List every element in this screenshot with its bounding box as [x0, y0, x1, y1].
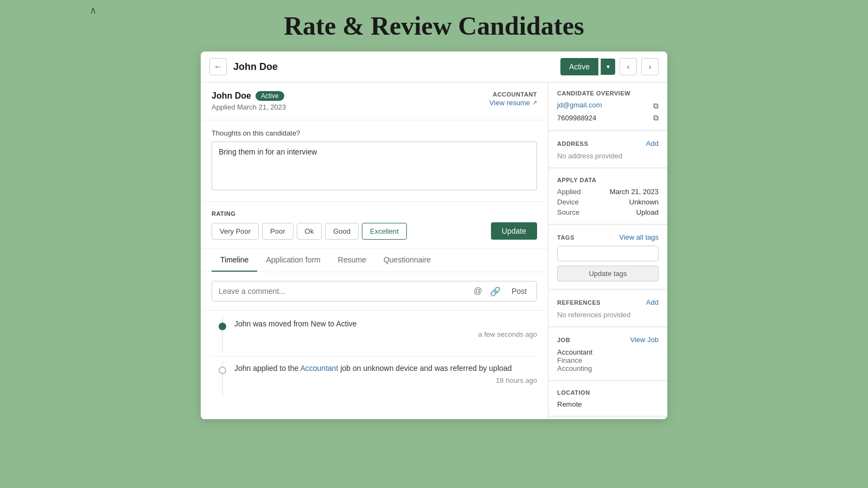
source-label: Source: [557, 208, 591, 216]
active-status-button[interactable]: Active: [560, 58, 598, 75]
candidate-email[interactable]: jd@gmail.com: [557, 101, 602, 109]
header-right: Active ▾ ‹ ›: [560, 58, 659, 75]
device-value: Unknown: [599, 198, 659, 206]
active-dropdown-button[interactable]: ▾: [601, 59, 615, 75]
back-button[interactable]: ←: [209, 58, 227, 75]
candidate-full-name: John Doe: [212, 91, 251, 101]
timeline-section: John was moved from New to Active a few …: [201, 311, 548, 419]
candidate-active-badge: Active: [256, 91, 284, 101]
timeline-content-2: John applied to the Accountant job on un…: [228, 361, 537, 396]
candidate-info-left: John Doe Active Applied March 21, 2023: [212, 91, 286, 111]
rating-good[interactable]: Good: [325, 223, 359, 240]
comment-input[interactable]: [212, 281, 467, 301]
timeline-left-2: [217, 361, 228, 396]
job-team: Accounting: [557, 364, 659, 373]
timeline-subtext-2: John applied to the Accountant job on un…: [234, 363, 537, 374]
chevron-up-icon: ∧: [90, 4, 97, 16]
update-button[interactable]: Update: [491, 222, 537, 240]
candidate-overview-title: CANDIDATE OVERVIEW: [557, 90, 630, 97]
candidate-name-row: John Doe Active: [212, 91, 286, 101]
timeline-line-bottom-2: [222, 374, 223, 396]
timeline-text-1: John was moved from New to Active: [234, 319, 537, 328]
timeline-time-1: a few seconds ago: [234, 330, 537, 338]
main-content: John Doe Active Applied March 21, 2023 A…: [201, 82, 667, 419]
rating-buttons: Very Poor Poor Ok Good Excellent: [212, 223, 407, 240]
prev-nav-button[interactable]: ‹: [620, 58, 637, 75]
timeline-line-top-2: [222, 361, 223, 367]
timeline-line-bottom-1: [222, 330, 223, 352]
update-tags-button[interactable]: Update tags: [557, 266, 659, 281]
tabs-section: Timeline Application form Resume Questio…: [201, 249, 548, 272]
timeline-content-1: John was moved from New to Active a few …: [228, 317, 537, 352]
view-resume-text: View resume: [489, 99, 530, 107]
tags-title: TAGS: [557, 234, 575, 241]
copy-email-icon[interactable]: ⧉: [653, 101, 659, 111]
next-nav-button[interactable]: ›: [641, 58, 659, 75]
applied-date: Applied March 21, 2023: [212, 103, 286, 111]
header-left: ← John Doe: [209, 58, 278, 75]
timeline-item-1: John was moved from New to Active a few …: [212, 317, 537, 352]
rating-section: RATING Very Poor Poor Ok Good Excellent …: [201, 202, 548, 249]
applied-value: March 21, 2023: [599, 188, 659, 196]
candidate-overview-header: CANDIDATE OVERVIEW: [557, 90, 659, 97]
phone-row: 7609988924 ⧉: [557, 113, 659, 123]
location-header: LOCATION: [557, 389, 659, 396]
mention-icon-button[interactable]: @: [471, 284, 484, 298]
location-title: LOCATION: [557, 389, 590, 396]
tab-resume[interactable]: Resume: [329, 249, 375, 272]
thoughts-textarea[interactable]: Bring them in for an interview: [212, 142, 537, 190]
no-references-text: No references provided: [557, 311, 659, 319]
sidebar-references: REFERENCES Add No references provided: [548, 291, 667, 327]
tab-questionnaire[interactable]: Questionnaire: [375, 249, 439, 272]
tab-timeline[interactable]: Timeline: [212, 249, 257, 272]
view-all-tags-link[interactable]: View all tags: [619, 233, 659, 241]
timeline-time-2: 18 hours ago: [234, 376, 537, 384]
sidebar-tags: TAGS View all tags Update tags: [548, 226, 667, 290]
tags-input[interactable]: [557, 246, 659, 261]
job-department: Finance: [557, 356, 659, 364]
add-reference-link[interactable]: Add: [646, 298, 659, 306]
sidebar-job: JOB View Job Accountant Finance Accounti…: [548, 328, 667, 381]
view-job-link[interactable]: View Job: [630, 336, 659, 344]
sidebar-address: ADDRESS Add No address provided: [548, 132, 667, 168]
email-row: jd@gmail.com ⧉: [557, 101, 659, 111]
timeline-line-top-1: [222, 317, 223, 323]
applied-label: Applied: [557, 188, 591, 196]
timeline-dot-green: [219, 323, 226, 330]
rating-excellent[interactable]: Excellent: [362, 223, 407, 240]
job-name: Accountant: [557, 348, 659, 356]
sidebar-location: LOCATION Remote: [548, 382, 667, 416]
job-title-label: ACCOUNTANT: [489, 91, 537, 98]
candidate-info-section: John Doe Active Applied March 21, 2023 A…: [201, 82, 548, 120]
job-header: JOB View Job: [557, 336, 659, 344]
copy-phone-icon[interactable]: ⧉: [653, 113, 659, 123]
rating-very-poor[interactable]: Very Poor: [212, 223, 259, 240]
view-resume-link[interactable]: View resume ↗: [489, 99, 537, 107]
rating-ok[interactable]: Ok: [297, 223, 322, 240]
apply-data-grid: Applied March 21, 2023 Device Unknown So…: [557, 188, 659, 216]
header-bar: ← John Doe Active ▾ ‹ ›: [201, 52, 667, 82]
apply-data-header: APPLY DATA: [557, 177, 659, 183]
tabs-bar: Timeline Application form Resume Questio…: [201, 249, 548, 272]
timeline-item-2: John applied to the Accountant job on un…: [212, 361, 537, 396]
timeline-separator: [212, 356, 537, 357]
device-label: Device: [557, 198, 591, 206]
page-title: Rate & Review Candidates: [284, 11, 584, 41]
tags-header: TAGS View all tags: [557, 233, 659, 241]
header-candidate-name: John Doe: [233, 61, 278, 73]
job-title-sidebar: JOB: [557, 337, 570, 343]
comment-actions: @ 🔗 Post: [467, 282, 537, 300]
location-value: Remote: [557, 400, 659, 408]
rating-poor[interactable]: Poor: [262, 223, 293, 240]
link-icon-button[interactable]: 🔗: [488, 284, 503, 299]
add-address-link[interactable]: Add: [646, 139, 659, 147]
rating-row: Very Poor Poor Ok Good Excellent Update: [212, 222, 537, 240]
left-panel: John Doe Active Applied March 21, 2023 A…: [201, 82, 548, 419]
app-window: ← John Doe Active ▾ ‹ › John Doe Active …: [201, 52, 667, 419]
tab-application-form[interactable]: Application form: [257, 249, 329, 272]
accountant-job-link[interactable]: Accountant: [300, 364, 338, 373]
post-button[interactable]: Post: [506, 282, 532, 300]
thoughts-label: Thoughts on this candidate?: [212, 129, 537, 137]
address-title: ADDRESS: [557, 140, 588, 147]
timeline-left-1: [217, 317, 228, 352]
